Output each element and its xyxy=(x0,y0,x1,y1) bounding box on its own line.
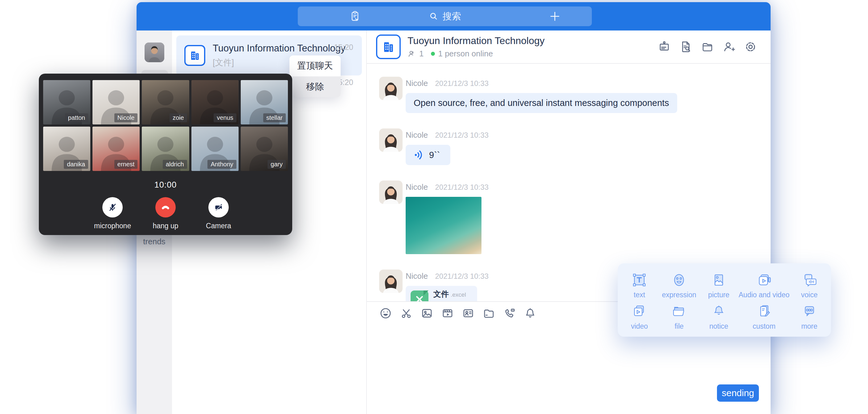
group-notice-icon[interactable] xyxy=(658,40,671,53)
video-call-icon[interactable] xyxy=(503,307,516,320)
file-ext: .excel xyxy=(451,291,466,298)
voice-message-bubble[interactable]: 9`` xyxy=(406,145,450,165)
message-voice: Nicole 2021/12/3 10:33 9`` xyxy=(379,128,771,165)
message-type-panel: text expression picture xyxy=(618,263,831,337)
participant-name: aldrich xyxy=(163,160,187,169)
participant-name: zoie xyxy=(169,114,187,122)
participant-tile[interactable]: ernest xyxy=(92,127,140,171)
settings-gear-icon[interactable] xyxy=(744,40,757,53)
participant-tile[interactable]: Nicole xyxy=(92,80,140,124)
participant-name: danika xyxy=(64,160,88,169)
participant-tile[interactable]: aldrich xyxy=(142,127,189,171)
panel-item-video[interactable]: video xyxy=(620,301,659,332)
panel-item-voice[interactable]: voice xyxy=(789,269,829,301)
screenshot-scissors-icon[interactable] xyxy=(400,307,413,320)
add-member-icon[interactable] xyxy=(722,40,736,53)
panel-item-more[interactable]: more xyxy=(789,301,829,332)
top-search-bar: 搜索 xyxy=(298,6,592,26)
participant-tile[interactable]: patton xyxy=(43,80,90,124)
sender-avatar[interactable] xyxy=(379,77,403,100)
file-message-card[interactable]: 文件.excel 12.8M xyxy=(406,286,477,301)
send-file-folder-icon[interactable] xyxy=(483,307,495,320)
panel-item-text[interactable]: text xyxy=(620,269,659,301)
trends-label: trends xyxy=(136,237,172,247)
mic-muted-icon xyxy=(102,197,123,218)
camera-label: Camera xyxy=(200,222,237,230)
participant-tile[interactable]: stellar xyxy=(241,80,288,124)
panel-item-audio-video[interactable]: Audio and video xyxy=(739,269,789,301)
participant-tile[interactable]: zoie xyxy=(142,80,189,124)
chat-header: Tuoyun Information Technology 1 1 person… xyxy=(367,31,771,64)
menu-item-pin-chat[interactable]: 置顶聊天 xyxy=(289,56,341,76)
participant-tile[interactable]: venus xyxy=(191,80,239,124)
members-icon xyxy=(407,50,416,58)
chat-search-icon[interactable] xyxy=(679,40,692,53)
sender-name: Nicole xyxy=(406,78,428,88)
conversation-title: Tuoyun Information Technology xyxy=(213,43,345,54)
participant-name: stellar xyxy=(263,114,286,122)
panel-item-expression[interactable]: expression xyxy=(659,269,699,301)
sender-name: Nicole xyxy=(406,182,428,192)
top-bar: 搜索 xyxy=(136,2,771,31)
emoji-icon[interactable] xyxy=(379,307,392,320)
conversation-context-menu: 置顶聊天 移除 xyxy=(289,56,341,97)
participant-tile[interactable]: danika xyxy=(43,127,90,171)
conversation-time: 15:20 xyxy=(334,43,353,52)
group-files-icon[interactable] xyxy=(701,40,714,53)
audio-video-icon xyxy=(756,272,772,288)
participant-name: Nicole xyxy=(114,114,138,122)
call-controls: microphone hang up xyxy=(43,197,288,230)
message-time: 2021/12/3 10:33 xyxy=(435,131,489,139)
group-building-icon xyxy=(376,34,401,59)
message-time: 2021/12/3 10:33 xyxy=(435,183,489,191)
file-name: 文件 xyxy=(433,290,449,298)
call-participant-grid: patton Nicole zoie venus stellar danika … xyxy=(43,80,288,171)
expression-icon xyxy=(671,272,687,288)
participant-name: venus xyxy=(214,114,236,122)
hang-up-label: hang up xyxy=(147,222,184,230)
send-picture-icon[interactable] xyxy=(421,307,433,320)
excel-file-icon xyxy=(410,290,429,301)
notice-bell-icon xyxy=(711,303,727,320)
page: 搜索 xyxy=(0,0,868,414)
participant-name: gary xyxy=(268,160,286,169)
panel-item-notice[interactable]: notice xyxy=(699,301,739,332)
my-avatar[interactable] xyxy=(145,42,164,62)
camera-toggle-button[interactable]: Camera xyxy=(200,197,237,230)
notice-bell-icon[interactable] xyxy=(524,307,537,320)
participant-name: ernest xyxy=(114,160,138,169)
participant-tile[interactable]: gary xyxy=(241,127,288,171)
sender-avatar[interactable] xyxy=(379,181,403,204)
menu-item-remove[interactable]: 移除 xyxy=(289,76,341,97)
participant-tile[interactable]: Anthony xyxy=(191,127,239,171)
search-placeholder: 搜索 xyxy=(443,10,461,23)
group-call-window: patton Nicole zoie venus stellar danika … xyxy=(39,74,292,235)
text-message-bubble[interactable]: Open source, free, and universal instant… xyxy=(406,93,677,113)
video-icon xyxy=(631,303,648,320)
add-plus-icon[interactable] xyxy=(542,6,567,26)
text-icon xyxy=(631,272,648,288)
panel-item-file[interactable]: file xyxy=(659,301,699,332)
message-time: 2021/12/3 10:33 xyxy=(435,272,489,280)
hang-up-button[interactable]: hang up xyxy=(147,197,184,230)
message-time: 2021/12/3 10:33 xyxy=(435,79,489,88)
contact-card-icon[interactable] xyxy=(462,307,475,320)
send-video-icon[interactable] xyxy=(441,307,454,320)
online-status: 1 person online xyxy=(438,49,493,59)
sender-avatar[interactable] xyxy=(379,269,403,293)
microphone-toggle-button[interactable]: microphone xyxy=(94,197,131,230)
sender-name: Nicole xyxy=(406,272,428,281)
image-message-beach-photo[interactable] xyxy=(406,197,482,254)
microphone-label: microphone xyxy=(94,222,131,230)
member-count: 1 xyxy=(419,49,424,59)
camera-muted-icon xyxy=(208,197,229,218)
sender-avatar[interactable] xyxy=(379,128,403,152)
send-button[interactable]: sending xyxy=(717,384,759,402)
panel-item-picture[interactable]: picture xyxy=(699,269,739,301)
participant-name: patton xyxy=(65,114,89,122)
voice-wave-icon xyxy=(413,149,425,161)
chat-title: Tuoyun Information Technology xyxy=(407,35,545,46)
panel-item-custom[interactable]: custom xyxy=(739,301,789,332)
message-text: Nicole 2021/12/3 10:33 Open source, free… xyxy=(379,77,771,113)
more-icon xyxy=(801,303,818,320)
